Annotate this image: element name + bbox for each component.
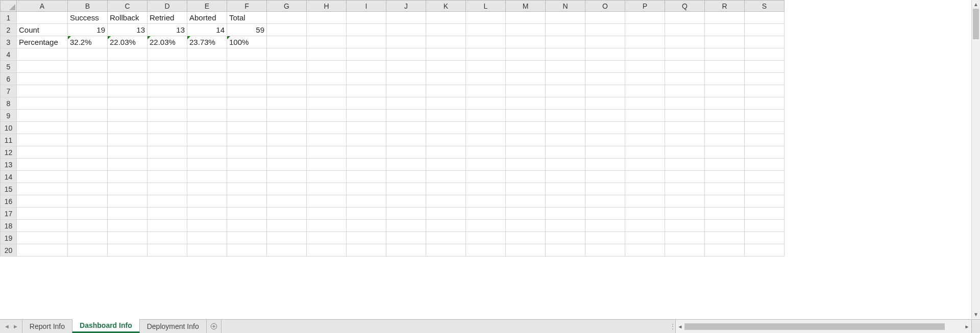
tab-nav-next-icon[interactable]: ► [13,323,18,329]
cell[interactable] [68,220,108,232]
cell[interactable] [745,244,785,257]
cell[interactable] [585,220,625,232]
cell[interactable] [705,134,745,146]
cell[interactable] [745,208,785,220]
cell[interactable] [347,183,386,195]
column-header[interactable]: H [307,1,347,12]
cell[interactable] [625,244,665,257]
cell[interactable] [386,171,426,183]
cell[interactable] [705,208,745,220]
cell[interactable] [267,97,307,110]
cell[interactable] [705,159,745,171]
cell[interactable] [705,48,745,61]
cell[interactable] [426,183,466,195]
cell[interactable] [506,232,546,244]
cell[interactable] [546,146,585,159]
cell[interactable] [307,208,347,220]
cell[interactable] [585,195,625,208]
row-header[interactable]: 17 [1,208,17,220]
cell[interactable] [625,12,665,24]
cell[interactable]: 23.73% [187,36,227,48]
cell[interactable] [17,73,68,85]
cell[interactable] [108,48,148,61]
cell[interactable] [625,220,665,232]
cell[interactable]: Aborted [187,12,227,24]
cell[interactable] [187,48,227,61]
cell[interactable] [546,12,585,24]
row-header[interactable]: 11 [1,134,17,146]
cell[interactable] [347,220,386,232]
cell[interactable] [506,73,546,85]
cell[interactable] [625,97,665,110]
cell[interactable] [307,244,347,257]
cell[interactable] [148,244,187,257]
cell[interactable] [426,48,466,61]
cell[interactable] [745,36,785,48]
cell[interactable] [625,36,665,48]
cell[interactable] [705,220,745,232]
column-header[interactable]: L [466,1,506,12]
cell[interactable] [546,195,585,208]
cell[interactable] [466,146,506,159]
cell[interactable] [17,110,68,122]
cell[interactable] [745,85,785,97]
cell[interactable] [307,183,347,195]
cell[interactable] [585,110,625,122]
cell[interactable] [546,183,585,195]
cell[interactable] [267,61,307,73]
cell[interactable] [227,73,267,85]
cell[interactable] [705,171,745,183]
cell[interactable] [466,110,506,122]
cell[interactable] [108,134,148,146]
cell[interactable] [108,208,148,220]
cell[interactable] [347,85,386,97]
cell[interactable] [426,244,466,257]
cell[interactable] [386,232,426,244]
cell[interactable] [347,195,386,208]
cell[interactable] [506,36,546,48]
column-header[interactable]: R [705,1,745,12]
cell[interactable] [108,171,148,183]
cell[interactable] [187,232,227,244]
cell[interactable] [108,85,148,97]
cell[interactable] [625,232,665,244]
cell[interactable] [386,244,426,257]
cell[interactable] [227,195,267,208]
cell[interactable] [347,232,386,244]
cell[interactable] [347,208,386,220]
row-header[interactable]: 15 [1,183,17,195]
column-header[interactable]: E [187,1,227,12]
scroll-up-button[interactable]: ▲ [972,0,980,9]
cell[interactable] [187,159,227,171]
row-header[interactable]: 16 [1,195,17,208]
cell[interactable] [705,146,745,159]
cell[interactable] [347,73,386,85]
cell[interactable] [347,146,386,159]
cell[interactable] [267,220,307,232]
cell[interactable] [625,24,665,36]
hscroll-track[interactable] [684,322,963,331]
cell[interactable] [386,134,426,146]
cell[interactable] [227,134,267,146]
cell[interactable] [426,24,466,36]
cell[interactable] [347,159,386,171]
cell[interactable] [17,183,68,195]
cell[interactable] [227,159,267,171]
cell[interactable] [466,208,506,220]
cell[interactable] [426,134,466,146]
sheet-tab[interactable]: Dashboard Info [72,319,140,333]
cell[interactable] [466,12,506,24]
cell[interactable] [705,195,745,208]
cell[interactable] [665,171,705,183]
cell[interactable] [426,73,466,85]
cell[interactable] [17,220,68,232]
cell[interactable] [745,12,785,24]
cell[interactable] [187,244,227,257]
cell[interactable] [705,85,745,97]
cell[interactable] [665,110,705,122]
cell[interactable] [585,12,625,24]
cell[interactable] [386,183,426,195]
cell[interactable] [108,61,148,73]
cell[interactable] [307,195,347,208]
cell[interactable] [625,85,665,97]
